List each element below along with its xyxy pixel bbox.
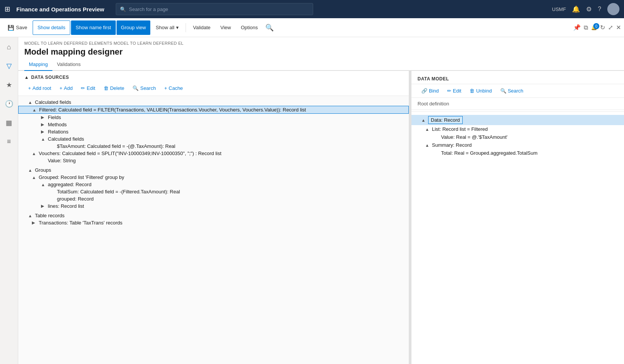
options-button[interactable]: Options — [236, 20, 262, 35]
pin-icon[interactable]: 📌 — [573, 24, 581, 31]
sidebar-star-icon[interactable]: ★ — [4, 78, 14, 91]
dm-expand-summary-icon[interactable]: ▲ — [425, 143, 430, 147]
ds-toolbar: + Add root + Add ✏ Edit 🗑 Delete — [18, 82, 409, 96]
tree-row-tax-amount[interactable]: $TaxAmount: Calculated field = -(@.TaxAm… — [18, 143, 409, 150]
expand-relations-icon[interactable]: ▶ — [41, 129, 46, 134]
tree-row-relations[interactable]: ▶ Relations — [18, 128, 409, 135]
expand-aggregated-icon[interactable]: ▲ — [41, 182, 46, 187]
expand-calc-inner-icon[interactable]: ▲ — [41, 137, 46, 141]
app-grid-icon[interactable]: ⊞ — [5, 5, 10, 13]
group-view-button[interactable]: Group view — [117, 20, 151, 35]
tree-row-vouchers[interactable]: ▲ Vouchers: Calculated field = SPLIT("IN… — [18, 150, 409, 157]
toolbar-search-icon[interactable]: 🔍 — [263, 21, 276, 34]
tree-node-calculated-fields: ▲ Calculated fields ▲ Filtered: Calculat… — [18, 97, 409, 165]
tree-row-filtered[interactable]: ▲ Filtered: Calculated field = FILTER(Tr… — [18, 106, 409, 114]
dm-tree-area[interactable]: ▲ Data: Record ▲ List: Record list = Fil… — [411, 113, 624, 364]
main-toolbar: 💾 Save Show details Show name first Grou… — [0, 18, 624, 37]
sidebar-calendar-icon[interactable]: ▦ — [3, 116, 14, 129]
avatar[interactable] — [607, 3, 619, 15]
tree-row-groups[interactable]: ▲ Groups — [18, 166, 409, 174]
expand-fields-icon[interactable]: ▶ — [41, 115, 46, 120]
tree-row-transactions[interactable]: ▶ Transactions: Table 'TaxTrans' records — [18, 219, 409, 226]
global-search-input[interactable] — [129, 6, 309, 12]
edit-button[interactable]: ✏ Edit — [77, 84, 99, 93]
main-content: MODEL TO LEARN DEFERRED ELEMENTS MODEL T… — [18, 37, 624, 364]
notification-badge[interactable]: 🔔 0 — [591, 25, 597, 30]
expand-filtered-icon[interactable]: ▲ — [32, 108, 38, 112]
gear-icon[interactable]: ⚙ — [586, 5, 592, 13]
show-details-button[interactable]: Show details — [33, 20, 71, 35]
validate-button[interactable]: Validate — [188, 20, 215, 35]
cache-button[interactable]: + Cache — [161, 84, 187, 93]
tree-row-value-string[interactable]: Value: String — [18, 157, 409, 164]
expand-vouchers-icon[interactable]: ▲ — [32, 151, 37, 156]
main-layout: ⌂ ▽ ★ 🕐 ▦ ≡ MODEL TO LEARN DEFERRED ELEM… — [0, 37, 624, 364]
tree-row-lines[interactable]: ▶ lines: Record list — [18, 202, 409, 210]
expand-grouped-icon[interactable]: ▲ — [32, 175, 37, 180]
expand-transactions-icon[interactable]: ▶ — [32, 220, 37, 225]
tree-row-calc-inner[interactable]: ▲ Calculated fields — [18, 135, 409, 143]
tab-mapping[interactable]: Mapping — [24, 58, 52, 71]
unbind-trash-icon: 🗑 — [470, 88, 474, 94]
save-button[interactable]: 💾 Save — [3, 20, 32, 35]
sidebar-filter-icon[interactable]: ▽ — [4, 60, 14, 72]
toolbar-separator-1 — [186, 23, 186, 32]
expand-methods-icon[interactable]: ▶ — [41, 122, 46, 127]
tree-row-grouped-inner[interactable]: grouped: Record — [18, 195, 409, 202]
dm-header: DATA MODEL — [411, 71, 624, 84]
help-icon[interactable]: ? — [598, 6, 601, 13]
nav-right-area: USMF 🔔 ⚙ ? — [552, 3, 619, 15]
dm-row-list[interactable]: ▲ List: Record list = Filtered — [411, 125, 624, 133]
dm-expand-list-icon[interactable]: ▲ — [425, 127, 430, 132]
data-sources-header: ▲ DATA SOURCES — [18, 71, 409, 82]
dm-divider — [411, 111, 624, 112]
breadcrumb: MODEL TO LEARN DEFERRED ELEMENTS MODEL T… — [24, 41, 618, 46]
ds-panel-title: DATA SOURCES — [31, 75, 69, 80]
tree-row-methods[interactable]: ▶ Methods — [18, 121, 409, 128]
tree-row-grouped[interactable]: ▲ Grouped: Record list 'Filtered' group … — [18, 174, 409, 181]
unbind-button[interactable]: 🗑 Unbind — [466, 86, 495, 95]
sidebar-home-icon[interactable]: ⌂ — [5, 41, 13, 53]
expand-groups-icon[interactable]: ▲ — [28, 168, 33, 173]
expand-table-records-icon[interactable]: ▲ — [28, 213, 33, 218]
delete-button[interactable]: 🗑 Delete — [100, 84, 128, 93]
dm-search-button[interactable]: 🔍 Search — [496, 86, 527, 95]
dm-toolbar: 🔗 Bind ✏ Edit 🗑 Unbind 🔍 Search — [411, 84, 624, 98]
sidebar-list-icon[interactable]: ≡ — [5, 135, 13, 148]
refresh-icon[interactable]: ↻ — [600, 24, 605, 31]
tree-row-calculated-fields[interactable]: ▲ Calculated fields — [18, 99, 409, 106]
add-root-button[interactable]: + Add root — [24, 84, 55, 93]
tree-row-table-records[interactable]: ▲ Table records — [18, 212, 409, 219]
show-name-first-button[interactable]: Show name first — [71, 20, 115, 35]
expand-lines-icon[interactable]: ▶ — [41, 204, 46, 209]
global-search-bar[interactable]: 🔍 — [116, 3, 313, 15]
bell-icon[interactable]: 🔔 — [572, 5, 580, 13]
dm-edit-button[interactable]: ✏ Edit — [443, 86, 465, 95]
page-title: Model mapping designer — [24, 47, 618, 57]
app-title: Finance and Operations Preview — [16, 6, 104, 13]
dm-row-summary[interactable]: ▲ Summary: Record — [411, 141, 624, 149]
dm-row-value-real[interactable]: Value: Real = @.'$TaxAmount' — [411, 133, 624, 141]
dm-row-total-real[interactable]: Total: Real = Grouped.aggregated.TotalSu… — [411, 149, 624, 157]
tree-row-fields[interactable]: ▶ Fields — [18, 114, 409, 121]
dm-expand-data-icon[interactable]: ▲ — [421, 118, 427, 122]
left-sidebar: ⌂ ▽ ★ 🕐 ▦ ≡ — [0, 37, 18, 364]
show-all-button[interactable]: Show all ▾ — [151, 20, 183, 35]
add-button[interactable]: + Add — [56, 84, 77, 93]
expand-icon[interactable]: ⤢ — [608, 24, 613, 31]
tab-validations[interactable]: Validations — [52, 58, 85, 71]
tree-row-totalsum[interactable]: TotalSum: Calculated field = -(Filtered.… — [18, 188, 409, 195]
expand-calculated-fields-icon[interactable]: ▲ — [28, 100, 33, 105]
view-button[interactable]: View — [216, 20, 235, 35]
copy-icon[interactable]: ⧉ — [584, 24, 588, 31]
data-sources-panel: ▲ DATA SOURCES + Add root + Add ✏ Edit — [18, 71, 409, 364]
ds-expand-arrow[interactable]: ▲ — [24, 75, 29, 80]
close-icon[interactable]: ✕ — [616, 24, 621, 31]
ds-tree-area[interactable]: ▲ Calculated fields ▲ Filtered: Calculat… — [18, 96, 409, 364]
dm-row-data-record[interactable]: ▲ Data: Record — [411, 115, 624, 125]
save-icon: 💾 — [8, 25, 14, 31]
bind-button[interactable]: 🔗 Bind — [418, 86, 443, 95]
sidebar-clock-icon[interactable]: 🕐 — [3, 97, 16, 110]
tree-row-aggregated[interactable]: ▲ aggregated: Record — [18, 181, 409, 188]
search-button[interactable]: 🔍 Search — [129, 84, 159, 93]
